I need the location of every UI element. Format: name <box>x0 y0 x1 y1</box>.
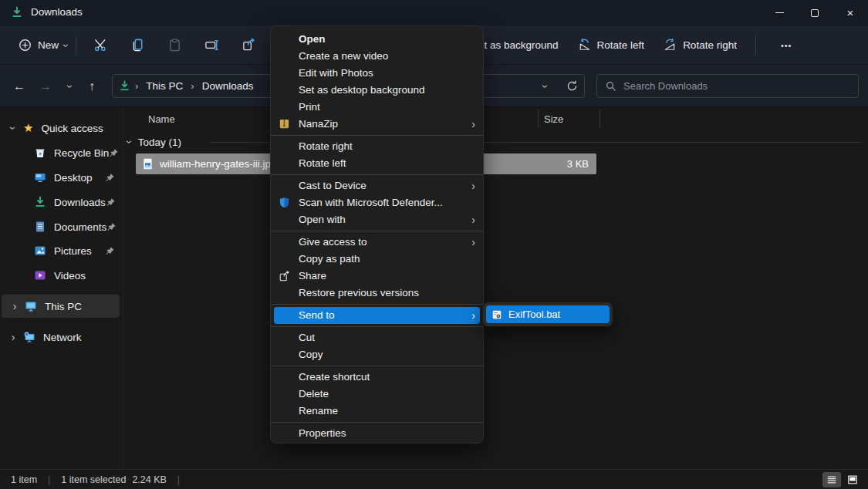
menu-item-label: Share <box>299 270 326 282</box>
pin-icon[interactable] <box>106 197 116 207</box>
more-options-button[interactable]: ••• <box>775 36 799 55</box>
menu-separator <box>271 135 483 136</box>
sidebar-item-label: This PC <box>45 301 82 312</box>
star-icon: ★ <box>23 121 33 135</box>
menu-item-scan-with-microsoft-defender[interactable]: Scan with Microsoft Defender... <box>271 194 483 211</box>
refresh-button[interactable] <box>566 80 578 92</box>
menu-item-send-to[interactable]: Send to › <box>274 307 480 324</box>
recent-locations-button[interactable]: › <box>59 75 82 98</box>
rename-icon <box>204 38 219 52</box>
menu-item-label: Print <box>299 101 320 113</box>
set-as-background-label: Set as background <box>471 39 559 51</box>
menu-item-edit-with-photos[interactable]: Edit with Photos <box>271 65 483 82</box>
pin-icon[interactable] <box>105 173 115 183</box>
search-icon <box>605 80 616 92</box>
menu-item-give-access-to[interactable]: Give access to › <box>271 234 483 251</box>
address-dropdown-button[interactable]: › <box>541 84 552 88</box>
title-bar: Downloads × <box>0 0 868 25</box>
group-header-today[interactable]: › Today (1) <box>128 133 181 151</box>
toolbar-separator <box>755 36 756 55</box>
menu-item-nanazip[interactable]: NanaZip › <box>271 116 483 133</box>
rename-button[interactable] <box>193 31 230 59</box>
menu-separator <box>271 326 483 327</box>
menu-item-rename[interactable]: Rename <box>271 403 483 420</box>
sidebar-item-network[interactable]: › Network <box>0 325 121 349</box>
chevron-down-icon[interactable]: › <box>124 140 135 143</box>
rotate-left-label: Rotate left <box>597 39 645 51</box>
breadcrumb-downloads[interactable]: Downloads <box>199 79 257 93</box>
image-file-icon <box>142 158 154 170</box>
downloads-folder-icon <box>11 6 23 19</box>
pin-icon[interactable] <box>109 148 119 158</box>
chevron-down-icon[interactable]: › <box>8 126 19 130</box>
sidebar-item-desktop[interactable]: Desktop <box>0 166 121 189</box>
copy-icon <box>130 38 145 52</box>
desktop-icon <box>34 171 46 184</box>
plus-circle-icon <box>19 39 32 52</box>
menu-item-restore-previous-versions[interactable]: Restore previous versions <box>271 285 483 302</box>
search-input[interactable] <box>623 80 824 92</box>
submenu-item-label: ExifTool.bat <box>508 309 560 320</box>
column-header-size[interactable]: Size <box>544 110 563 128</box>
menu-item-properties[interactable]: Properties <box>271 425 483 442</box>
menu-item-set-as-desktop-background[interactable]: Set as desktop background <box>271 82 483 99</box>
sidebar-item-this-pc[interactable]: › This PC <box>2 295 120 318</box>
sidebar-item-downloads[interactable]: Downloads <box>0 191 121 214</box>
pin-icon[interactable] <box>106 222 117 232</box>
breadcrumb-this-pc[interactable]: This PC <box>143 79 186 93</box>
forward-button[interactable]: → <box>34 75 57 98</box>
column-divider[interactable] <box>599 110 600 128</box>
chevron-right-icon[interactable]: › <box>13 300 17 312</box>
menu-item-open[interactable]: Open <box>271 31 483 48</box>
pin-icon[interactable] <box>105 246 115 256</box>
thumbnail-view-button[interactable] <box>843 472 862 487</box>
menu-item-rotate-right[interactable]: Rotate right <box>271 138 483 155</box>
menu-item-share[interactable]: Share <box>271 268 483 285</box>
rotate-left-button[interactable]: Rotate left <box>577 32 645 59</box>
details-view-button[interactable] <box>822 472 841 487</box>
toolbar-separator <box>76 36 76 55</box>
menu-item-open-with[interactable]: Open with › <box>271 211 483 228</box>
menu-item-label: Cut <box>299 332 315 343</box>
rotate-right-button[interactable]: Rotate right <box>663 32 737 59</box>
videos-icon <box>34 269 46 282</box>
scissors-icon <box>93 38 108 52</box>
chevron-right-icon: › <box>471 116 475 133</box>
sidebar-item-quick-access[interactable]: › ★ Quick access <box>0 116 121 140</box>
column-header-name[interactable]: Name <box>148 110 175 128</box>
maximize-button[interactable] <box>797 0 833 25</box>
menu-item-cast-to-device[interactable]: Cast to Device › <box>271 177 483 194</box>
menu-separator <box>271 366 483 366</box>
submenu-item-exiftool[interactable]: ExifTool.bat <box>486 305 610 323</box>
close-button[interactable]: × <box>833 0 868 25</box>
menu-item-print[interactable]: Print <box>271 99 483 116</box>
share-button[interactable] <box>230 31 267 59</box>
sidebar-item-pictures[interactable]: Pictures <box>0 239 121 262</box>
sidebar-item-recycle-bin[interactable]: Recycle Bin <box>0 141 121 164</box>
menu-item-rotate-left[interactable]: Rotate left <box>271 155 483 172</box>
search-box[interactable] <box>596 74 859 98</box>
new-button[interactable]: New › <box>11 32 76 58</box>
chevron-right-icon[interactable]: › <box>12 331 15 343</box>
cut-button[interactable] <box>82 31 119 59</box>
menu-item-delete[interactable]: Delete <box>271 386 483 403</box>
menu-item-create-shortcut[interactable]: Create shortcut <box>271 369 483 386</box>
menu-item-cut[interactable]: Cut <box>271 329 483 346</box>
up-button[interactable]: ↑ <box>80 75 103 98</box>
menu-item-copy-as-path[interactable]: Copy as path <box>271 251 483 268</box>
ellipsis-icon: ••• <box>781 41 792 50</box>
recycle-bin-icon <box>34 147 46 159</box>
copy-button[interactable] <box>119 31 156 59</box>
paste-button[interactable] <box>156 31 193 59</box>
column-divider[interactable] <box>538 110 539 128</box>
minimize-button[interactable] <box>762 0 797 25</box>
item-count: 1 item <box>11 474 37 485</box>
back-button[interactable]: ← <box>8 75 31 98</box>
this-pc-icon <box>25 300 37 312</box>
menu-item-copy[interactable]: Copy <box>271 346 483 363</box>
sidebar-item-videos[interactable]: Videos <box>0 264 121 287</box>
menu-item-create-a-new-video[interactable]: Create a new video <box>271 48 483 65</box>
new-button-label: New <box>38 39 59 51</box>
defender-shield-icon <box>279 197 290 208</box>
sidebar-item-documents[interactable]: Documents <box>0 215 121 238</box>
